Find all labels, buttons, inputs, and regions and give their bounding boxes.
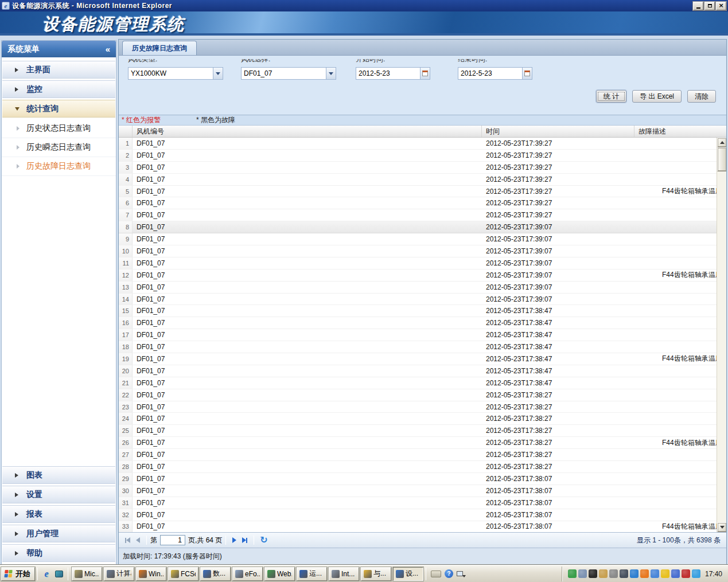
media-swoosh-icon[interactable] — [640, 569, 649, 578]
table-row[interactable]: 26DF01_072012-05-23T17:38:27F44齿轮箱轴承温度 — [119, 437, 726, 449]
table-row[interactable]: 19DF01_072012-05-23T17:38:47F44齿轮箱轴承温度 — [119, 353, 726, 365]
turbine-type-select[interactable] — [128, 67, 213, 80]
scrollbar-thumb[interactable] — [717, 147, 726, 171]
sidebar-item-main[interactable]: 主界面 — [2, 61, 115, 79]
sidebar-subitem-history-fault-log[interactable]: 历史故障日志查询 — [2, 157, 116, 176]
export-excel-button[interactable]: 导 出 Excel — [632, 90, 682, 103]
table-row[interactable]: 1DF01_072012-05-23T17:39:27 — [119, 138, 726, 150]
table-row[interactable]: 16DF01_072012-05-23T17:38:47 — [119, 317, 726, 329]
table-row[interactable]: 25DF01_072012-05-23T17:38:27 — [119, 425, 726, 437]
sidebar-subitem-history-transient-log[interactable]: 历史瞬态日志查询 — [2, 138, 116, 157]
end-time-calendar-button[interactable] — [522, 67, 532, 80]
table-row[interactable]: 24DF01_072012-05-23T17:38:27 — [119, 413, 726, 425]
start-time-input[interactable] — [356, 67, 420, 80]
minimize-button[interactable] — [693, 2, 703, 10]
taskbar-button[interactable]: 与... — [361, 567, 391, 581]
first-page-button[interactable] — [125, 537, 130, 543]
turbine-select[interactable] — [241, 67, 326, 80]
table-row[interactable]: 21DF01_072012-05-23T17:38:47 — [119, 377, 726, 389]
volume-levels-icon[interactable] — [620, 569, 628, 578]
table-row[interactable]: 20DF01_072012-05-23T17:38:47 — [119, 365, 726, 377]
table-row[interactable]: 17DF01_072012-05-23T17:38:47 — [119, 329, 726, 341]
table-row[interactable]: 13DF01_072012-05-23T17:39:07 — [119, 282, 726, 294]
sidebar-subitem-history-status-log[interactable]: 历史状态日志查询 — [2, 119, 116, 138]
table-row[interactable]: 14DF01_072012-05-23T17:39:07 — [119, 294, 726, 306]
taskbar-button[interactable]: FCSql — [168, 567, 198, 581]
sidebar-item-user-management[interactable]: 用户管理 — [2, 525, 115, 542]
storage-monitor-icon[interactable] — [589, 569, 597, 578]
table-row[interactable]: 10DF01_072012-05-23T17:39:07 — [119, 245, 726, 257]
keyboard-icon[interactable] — [431, 571, 441, 577]
refresh-icon[interactable]: ↻ — [260, 536, 267, 544]
column-header-fault-desc[interactable]: 故障描述 — [634, 126, 726, 137]
table-row[interactable]: 3DF01_072012-05-23T17:39:27 — [119, 162, 726, 174]
scroll-down-button[interactable] — [717, 522, 726, 532]
taskbar-button[interactable]: 计算器 — [104, 567, 134, 581]
sidebar-item-stats-query[interactable]: 统计查询 — [2, 100, 115, 118]
taskbar-button[interactable]: 数... — [200, 567, 231, 581]
statistics-button[interactable]: 统 计 — [596, 90, 626, 103]
table-row[interactable]: 30DF01_072012-05-23T17:38:07 — [119, 485, 726, 497]
vertical-scrollbar[interactable] — [717, 138, 726, 532]
taskbar-button[interactable]: eFo... — [232, 567, 263, 581]
update-ball-icon[interactable] — [630, 569, 639, 578]
sync-spheres-icon[interactable] — [671, 569, 680, 578]
page-number-input[interactable] — [160, 535, 185, 545]
table-row[interactable]: 18DF01_072012-05-23T17:38:47 — [119, 341, 726, 353]
tab-history-fault-log[interactable]: 历史故障日志查询 — [122, 41, 197, 55]
table-row[interactable]: 6DF01_072012-05-23T17:39:27 — [119, 197, 726, 209]
turbine-type-dropdown-button[interactable] — [213, 67, 223, 80]
display-settings-icon[interactable] — [578, 569, 587, 578]
im-comet-icon[interactable] — [692, 569, 700, 578]
table-row[interactable]: 28DF01_072012-05-23T17:38:27 — [119, 461, 726, 473]
table-row[interactable]: 22DF01_072012-05-23T17:38:27 — [119, 389, 726, 401]
taskbar-button[interactable]: Web... — [264, 567, 295, 581]
end-time-input[interactable] — [458, 67, 522, 80]
table-row[interactable]: 15DF01_072012-05-23T17:38:47 — [119, 305, 726, 317]
sidebar-item-monitor[interactable]: 监控 — [2, 80, 115, 98]
taskbar-button[interactable]: Mic... — [72, 567, 102, 581]
column-header-time[interactable]: 时间 — [482, 126, 634, 137]
internet-explorer-icon[interactable]: e — [41, 568, 52, 580]
network-share-icon[interactable] — [609, 569, 618, 578]
table-row[interactable]: 12DF01_072012-05-23T17:39:07F44齿轮箱轴承温度 — [119, 269, 726, 282]
folder-sync-icon[interactable] — [599, 569, 608, 578]
table-row[interactable]: 32DF01_072012-05-23T17:38:07 — [119, 509, 726, 521]
close-button[interactable]: × — [716, 2, 726, 10]
no-connection-icon[interactable] — [682, 569, 690, 578]
table-row[interactable]: 33DF01_072012-05-23T17:38:07F44齿轮箱轴承温度 — [119, 521, 726, 533]
table-row[interactable]: 9DF01_072012-05-23T17:39:07 — [119, 233, 726, 245]
sidebar-item-reports[interactable]: 报表 — [2, 505, 115, 523]
table-row[interactable]: 5DF01_072012-05-23T17:39:27F44齿轮箱轴承温度 — [119, 186, 726, 198]
help-icon[interactable]: ? — [445, 569, 453, 578]
windows-stack-icon[interactable] — [457, 571, 463, 576]
show-desktop-icon[interactable] — [53, 568, 65, 580]
messenger-icon[interactable] — [651, 569, 659, 578]
taskbar-button[interactable]: Int... — [329, 567, 359, 581]
taskbar-button[interactable]: Win... — [136, 567, 166, 581]
clear-button[interactable]: 清除 — [687, 90, 716, 103]
sidebar-item-settings[interactable]: 设置 — [2, 486, 115, 503]
taskbar-button[interactable]: 运... — [297, 567, 327, 581]
table-row[interactable]: 27DF01_072012-05-23T17:38:27 — [119, 449, 726, 461]
turbine-select-dropdown-button[interactable] — [326, 67, 336, 80]
column-header-turbine-id[interactable]: 风机编号 — [133, 126, 482, 137]
sidebar-item-help[interactable]: 帮助 — [2, 544, 115, 562]
table-row[interactable]: 31DF01_072012-05-23T17:38:07 — [119, 497, 726, 509]
collapse-sidebar-button[interactable]: « — [106, 44, 110, 54]
scroll-up-button[interactable] — [717, 138, 726, 147]
table-row[interactable]: 8DF01_072012-05-23T17:39:07 — [119, 221, 726, 233]
table-row[interactable]: 4DF01_072012-05-23T17:39:27 — [119, 174, 726, 186]
start-time-calendar-button[interactable] — [420, 67, 430, 80]
sidebar-item-charts[interactable]: 图表 — [2, 466, 115, 484]
taskbar-button[interactable]: 设... — [393, 567, 423, 581]
start-button[interactable]: 开始 — [1, 567, 35, 581]
table-row[interactable]: 23DF01_072012-05-23T17:38:27 — [119, 401, 726, 413]
table-row[interactable]: 2DF01_072012-05-23T17:39:27 — [119, 150, 726, 162]
security-shield-icon[interactable] — [661, 569, 669, 578]
restore-button[interactable] — [704, 2, 715, 10]
last-page-button[interactable] — [242, 537, 247, 543]
network-globe-icon[interactable] — [568, 569, 577, 578]
table-row[interactable]: 11DF01_072012-05-23T17:39:07 — [119, 257, 726, 269]
previous-page-button[interactable] — [136, 537, 140, 543]
